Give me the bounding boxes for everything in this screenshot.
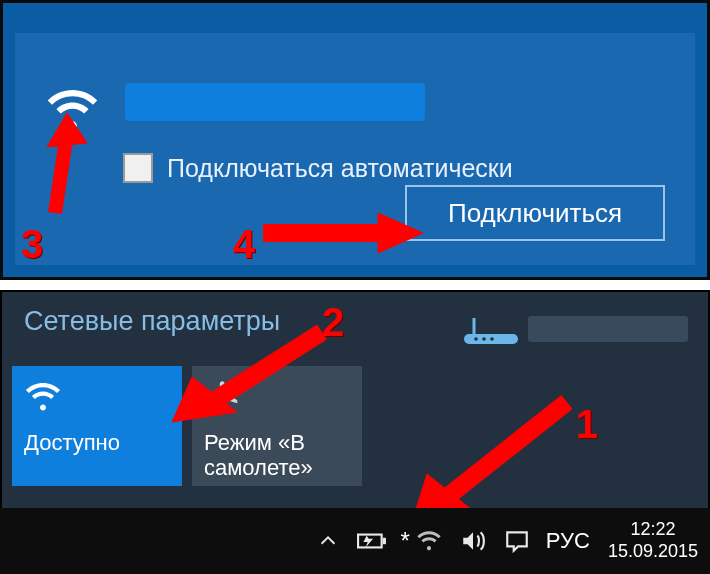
network-alert-asterisk: * [401,527,410,555]
connect-button-label: Подключиться [448,198,622,229]
svg-marker-3 [378,213,423,253]
language-indicator[interactable]: РУС [546,528,590,554]
network-name-redacted [125,83,425,121]
svg-point-6 [474,337,478,341]
clock-time: 12:22 [608,519,698,541]
router-icon [464,316,518,350]
annotation-3: 3 [21,222,43,267]
wifi-tile[interactable]: Доступно [12,366,182,486]
auto-connect-checkbox[interactable] [123,153,153,183]
tray-chevron-up-icon[interactable] [313,526,343,556]
airplane-tile-label: Режим «В самолете» [204,430,350,481]
annotation-arrow-4 [263,208,423,258]
battery-icon[interactable] [357,526,387,556]
annotation-arrow-2 [162,322,342,422]
svg-rect-14 [382,538,385,544]
connect-button[interactable]: Подключиться [405,185,665,241]
svg-line-11 [447,402,567,497]
annotation-arrow-3 [25,113,85,223]
taskbar-clock[interactable]: 12:22 15.09.2015 [604,519,702,562]
clock-date: 15.09.2015 [608,541,698,563]
network-tray-icon[interactable] [414,526,444,556]
auto-connect-label: Подключаться автоматически [167,154,513,183]
wifi-icon [24,378,62,416]
taskbar: * РУС 12:22 15.09.2015 [0,508,710,574]
router-name-redacted [528,316,688,342]
annotation-4: 4 [233,222,255,267]
auto-connect-row: Подключаться автоматически [123,153,513,183]
svg-marker-1 [47,113,87,147]
action-center-icon[interactable] [502,526,532,556]
svg-point-7 [482,337,486,341]
network-flyout-top: Подключаться автоматически Подключиться … [0,0,710,280]
wifi-tile-label: Доступно [24,430,170,455]
svg-point-8 [490,337,494,341]
svg-line-9 [212,332,322,402]
volume-icon[interactable] [458,526,488,556]
